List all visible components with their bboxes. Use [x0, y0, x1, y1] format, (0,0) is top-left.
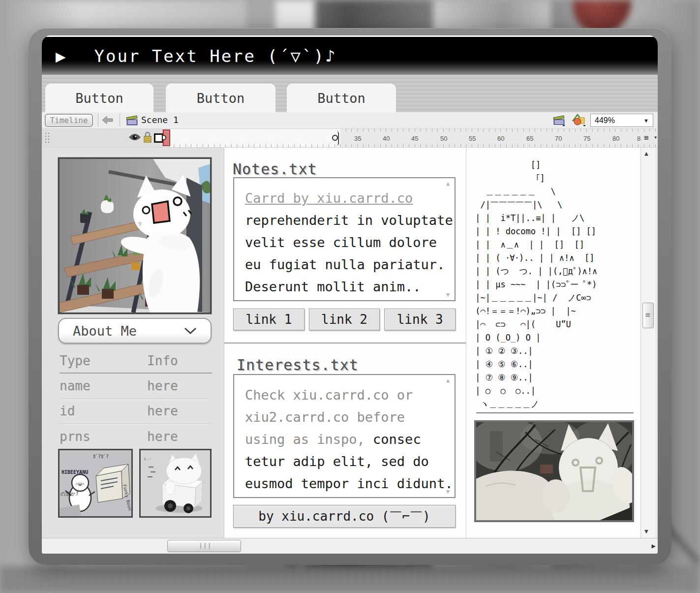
clapperboard-icon	[125, 114, 138, 128]
funky-boon-image: Funky Boon ˄ω˄ ｶﾞ?ｶﾞ? HIBEEYANU の置か?	[58, 449, 133, 518]
ruler-number: 50	[440, 135, 447, 142]
carrd-link[interactable]: Carrd by xiu.carrd.co	[245, 190, 413, 206]
table-row: name here	[60, 374, 212, 399]
ruler-number: 60	[497, 135, 504, 142]
edit-symbols-icon[interactable]	[572, 114, 587, 128]
link-button-row: link 1 link 2 link 3	[233, 309, 456, 330]
ruler-number: 65	[526, 135, 533, 142]
zoom-value: 449%	[595, 116, 615, 125]
section-divider	[224, 343, 466, 343]
scroll-right-icon[interactable]: ▶	[652, 542, 656, 550]
cat-room-image: ∵	[58, 157, 212, 314]
about-me-label: About Me	[73, 323, 137, 339]
scroll-up-icon[interactable]: ▲	[446, 377, 450, 384]
title-bar: ▶ Your Text Here (´▽`)♪	[42, 35, 658, 75]
divider	[98, 113, 98, 127]
scroll-down-icon[interactable]: ▼	[446, 291, 450, 298]
edit-scene-icon[interactable]	[552, 114, 566, 128]
about-me-dropdown[interactable]: About Me	[58, 318, 212, 343]
snow-cat-photo	[474, 420, 634, 522]
scroll-up-icon[interactable]: ▲	[446, 180, 450, 187]
svg-text:∵: ∵	[138, 220, 142, 227]
scroll-down-icon[interactable]: ▼	[644, 528, 648, 535]
lock-icon[interactable]	[143, 131, 152, 145]
ruler-number: 5	[183, 135, 187, 142]
notes-scrollbar[interactable]: ▲ ▼	[445, 179, 454, 299]
scene-label[interactable]: Scene 1	[141, 115, 179, 125]
notes-textbox[interactable]: Carrd by xiu.carrd.co reprehenderit in v…	[233, 177, 456, 301]
tab-strip: Button Button Button	[42, 75, 658, 112]
ruler-number-partial: 8	[637, 135, 640, 142]
horizontal-scrollbar[interactable]: ▶	[42, 538, 658, 554]
right-column: [] ｢] ＿＿＿＿＿＿ \ /|￣￣￣￣￣|\ \ | | i*T||..≡|…	[466, 148, 640, 538]
col-type: Type	[60, 353, 147, 368]
ruler-number: 20	[268, 135, 275, 142]
ruler-number: 15	[239, 135, 246, 142]
col-info: Info	[147, 353, 178, 368]
notes-text: Carrd by xiu.carrd.co reprehenderit in v…	[245, 187, 453, 298]
eye-icon[interactable]	[128, 133, 141, 144]
horizontal-scroll-thumb[interactable]	[167, 540, 241, 552]
ruler-number: 55	[469, 135, 476, 142]
divider	[120, 113, 120, 127]
timeline-ruler-row: 5 10 15 20 25 30 35 40 45 50 55 60 65 70…	[42, 129, 658, 148]
interests-text: Check xiu.carrd.co or xiu2.carrd.co befo…	[245, 384, 453, 495]
section-divider	[476, 412, 634, 413]
play-icon[interactable]: ▶	[56, 48, 65, 64]
credit-button[interactable]: by xiu.carrd.co (￣⌐￣)	[233, 505, 456, 528]
onion-skin-range	[163, 129, 340, 147]
link-3-button[interactable]: link 3	[384, 309, 456, 330]
interests-textbox[interactable]: Check xiu.carrd.co or xiu2.carrd.co befo…	[233, 374, 456, 498]
svg-text:ı.-: ı.-	[144, 456, 152, 461]
sidebar: ∵ About Me Type Info name here id here	[42, 148, 224, 538]
info-table: Type Info name here id here prns here	[60, 348, 212, 449]
page-title: Your Text Here (´▽`)♪	[94, 46, 336, 66]
onion-end-marker[interactable]	[332, 135, 338, 141]
svg-text:の置か?: の置か?	[61, 491, 79, 497]
ruler-number: 40	[383, 135, 390, 142]
docomo-phone-ascii-art: [] ｢] ＿＿＿＿＿＿ \ /|￣￣￣￣￣|\ \ | | i*T||..≡|…	[470, 158, 597, 411]
outline-square-icon[interactable]	[154, 133, 163, 143]
interests-scrollbar[interactable]: ▲ ▼	[445, 376, 454, 496]
ruler-number: 45	[411, 135, 418, 142]
svg-text:HIBEEYANU: HIBEEYANU	[61, 469, 88, 475]
ruler-number: 10	[211, 135, 217, 142]
scroll-down-icon[interactable]: ▼	[446, 488, 450, 495]
link-2-button[interactable]: link 2	[309, 309, 380, 330]
notes-heading: Notes.txt	[233, 160, 317, 178]
cat-toy-image: ı.-	[139, 449, 212, 518]
timeline-button[interactable]: Timeline	[45, 114, 93, 127]
scroll-up-icon[interactable]: ▲	[644, 150, 648, 157]
svg-text:˄ω˄: ˄ω˄	[75, 481, 85, 487]
interests-heading: Interests.txt	[237, 356, 359, 374]
app-window-frame: ▶ Your Text Here (´▽`)♪ Button Button Bu…	[29, 28, 671, 565]
tab-button-3[interactable]: Button	[287, 84, 396, 112]
ruler-number: 35	[354, 135, 361, 142]
table-row: id here	[60, 399, 212, 424]
drag-grip[interactable]	[44, 132, 50, 145]
table-row: prns here	[60, 424, 212, 449]
svg-text:ｶﾞ?ｶﾞ?: ｶﾞ?ｶﾞ?	[93, 454, 109, 459]
main-padding	[655, 148, 658, 538]
ruler-number: 25	[297, 135, 304, 142]
frame-ruler[interactable]: 5 10 15 20 25 30 35 40 45 50 55 60 65 70…	[163, 129, 658, 147]
zoom-level-combobox[interactable]: 449% ▼	[590, 114, 653, 127]
tab-button-1[interactable]: Button	[45, 84, 153, 112]
timeline-toolbar: Timeline Scene 1	[42, 112, 658, 129]
ruler-number: 70	[555, 135, 562, 142]
chevron-down-icon: ▼	[643, 118, 649, 124]
ruler-number: 30	[325, 135, 332, 142]
middle-column: Notes.txt Carrd by xiu.carrd.co reprehen…	[224, 148, 466, 538]
chevron-down-icon	[184, 327, 197, 334]
link-1-button[interactable]: link 1	[233, 309, 304, 330]
vertical-scroll-thumb[interactable]	[642, 303, 654, 328]
vertical-scrollbar[interactable]: ▲ ▼	[640, 148, 655, 538]
back-arrow-icon[interactable]	[102, 116, 114, 126]
app-window: ▶ Your Text Here (´▽`)♪ Button Button Bu…	[42, 35, 658, 554]
table-header-row: Type Info	[60, 348, 212, 374]
main-content: ∵ About Me Type Info name here id here	[42, 148, 658, 538]
frame-view-menu-icon[interactable]: ≡▼	[644, 133, 655, 143]
layer-controls	[42, 129, 163, 147]
tab-button-2[interactable]: Button	[166, 84, 275, 112]
ruler-number: 75	[583, 135, 590, 142]
